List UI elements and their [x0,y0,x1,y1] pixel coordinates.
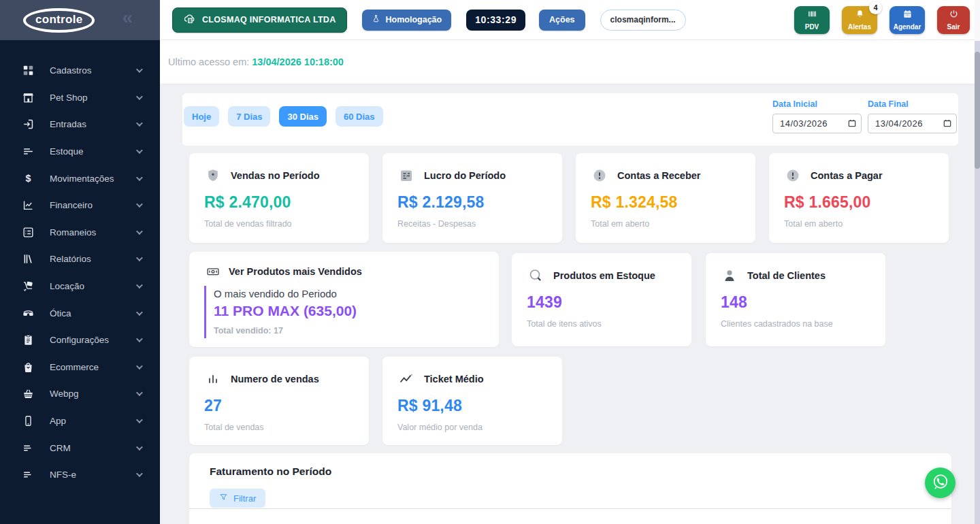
divider [189,508,951,509]
list-lines-icon [20,144,35,159]
sidebar-item-entradas[interactable]: Entradas [0,111,160,138]
preset-hoje-button[interactable]: Hoje [184,106,219,127]
preset-30dias-button[interactable]: 30 Dias [279,106,327,127]
top-product-caption: O mais vendido do Periodo [214,286,484,299]
alert-circle-icon [591,167,608,184]
scrollbar[interactable] [975,0,980,524]
card-title: Ver Produtos mais Vendidos [229,266,362,277]
alertas-button[interactable]: 4 Alertas [842,6,877,34]
chevron-down-icon [136,470,143,477]
card-title: Numero de vendas [231,374,319,384]
sidebar-item-financeiro[interactable]: Financeiro [0,192,160,219]
card-subtitle: Total de vendas [204,423,354,432]
card-subtitle: Receitas - Despesas [397,219,547,229]
top-product-total: Total vendido: 17 [214,326,484,338]
list-lines-icon [20,440,35,455]
bell-icon [855,9,865,22]
card-subtitle: Total de itens ativos [527,319,676,329]
sidebar-item-label: Movimentações [50,174,136,184]
alert-circle-icon [784,167,802,184]
checklist-icon [20,225,35,240]
card-value: R$ 2.470,00 [204,193,354,212]
chevron-down-icon [136,147,143,154]
sidebar-item-label: Cadastros [50,65,136,76]
agendar-button[interactable]: Agendar [889,6,925,34]
homologacao-button[interactable]: Homologação [362,10,452,31]
chevron-down-icon [136,93,143,100]
funnel-icon [219,493,228,504]
sidebar-item-label: Locação [50,281,136,291]
sidebar-item-label: Entradas [50,119,136,129]
sidebar-item-locacao[interactable]: Locação [0,273,160,300]
sidebar-item-label: Financeiro [50,200,136,210]
controle-logo: controle [23,8,95,33]
filtrar-button[interactable]: Filtrar [210,489,265,508]
data-inicial-label: Data Inicial [772,99,862,109]
data-final-label: Data Final [868,99,957,109]
sidebar-item-movimentacoes[interactable]: $ Movimentações [0,165,160,192]
sidebar-item-pet-shop[interactable]: Pet Shop [0,84,160,112]
list-lines-icon [20,468,35,482]
contas-pagar-card: Contas a Pagar R$ 1.665,00 Total em aber… [769,153,949,243]
calendar-icon [902,9,913,22]
calendar-picker-icon[interactable] [847,118,857,128]
sidebar-item-crm[interactable]: CRM [0,434,160,461]
user-pill[interactable]: closmaqinform... [600,10,686,31]
card-title: Lucro do Período [424,170,506,181]
preset-7dias-button[interactable]: 7 Dias [228,106,270,127]
sidebar-item-ecommerce[interactable]: Ecommerce [0,354,160,381]
chevron-down-icon [136,309,143,316]
clipboard-icon [20,333,35,348]
sidebar-item-otica[interactable]: Ótica [0,299,160,327]
bar-chart-icon [204,370,222,388]
sair-button[interactable]: Sair [937,6,970,34]
preset-60dias-button[interactable]: 60 Dias [336,106,383,127]
scrollbar-thumb[interactable] [975,52,980,169]
pdv-button[interactable]: PDV [794,6,830,34]
sidebar-item-configuracoes[interactable]: Configurações [0,327,160,354]
date-range: Data Inicial Data Final [772,99,957,133]
faturamento-title: Faturamento no Período [210,465,931,478]
sidebar-item-cadastros[interactable]: Cadastros [0,57,160,84]
card-title: Contas a Pagar [811,170,883,181]
contas-receber-card: Contas a Receber R$ 1.324,58 Total em ab… [576,153,755,243]
storefront-icon [20,90,35,105]
user-icon [721,267,738,284]
acoes-button[interactable]: Ações [539,10,585,31]
glasses-icon [20,306,35,321]
ticket-medio-card: Ticket Médio R$ 91,48 Valor médio por ve… [382,357,562,445]
sidebar-item-romaneios[interactable]: Romaneios [0,219,160,246]
last-access-value: 13/04/2026 10:18:00 [252,56,344,67]
sidebar-menu: Cadastros Pet Shop Entradas Estoque $ Mo… [0,57,160,489]
enter-icon [20,117,35,132]
produtos-mais-vendidos-card[interactable]: Ver Produtos mais Vendidos O mais vendid… [189,252,499,347]
sidebar-item-webpg[interactable]: Webpg [0,380,160,408]
sidebar-item-label: Configurações [50,335,136,345]
chevron-down-icon [136,120,143,127]
sidebar-item-app[interactable]: App [0,408,160,435]
calendar-picker-icon[interactable] [943,118,952,128]
power-icon [949,9,959,22]
whatsapp-button[interactable] [925,468,956,498]
top-product-name: 11 PRO MAX (635,00) [214,303,484,319]
last-access-label: Ultimo acesso em: [168,56,249,67]
card-value: 27 [204,397,354,415]
clock-display: 10:33:29 [466,10,525,31]
card-title: Produtos em Estoque [553,270,655,281]
chevron-down-icon [136,390,143,397]
flask-icon [372,14,380,25]
company-button[interactable]: CLOSMAQ INFORMATICA LTDA [172,7,347,33]
cloud-building-icon [183,12,196,27]
faturamento-card: Faturamento no Período Filtrar [189,453,951,524]
sidebar-item-relatorios[interactable]: Relatórios [0,246,160,273]
chevron-down-icon [136,228,143,235]
card-title: Contas a Receber [617,170,701,181]
sidebar: controle « Cadastros Pet Shop Entradas E… [0,0,160,524]
period-presets: Hoje 7 Dias 30 Dias 60 Dias [184,106,383,127]
sidebar-item-nfse[interactable]: NFS-e [0,461,160,489]
chevron-down-icon [136,416,143,423]
scrollbar-cap [975,0,980,41]
svg-text:$: $ [25,173,31,184]
sidebar-item-estoque[interactable]: Estoque [0,138,160,165]
chevrons-left-icon[interactable]: « [122,8,133,27]
